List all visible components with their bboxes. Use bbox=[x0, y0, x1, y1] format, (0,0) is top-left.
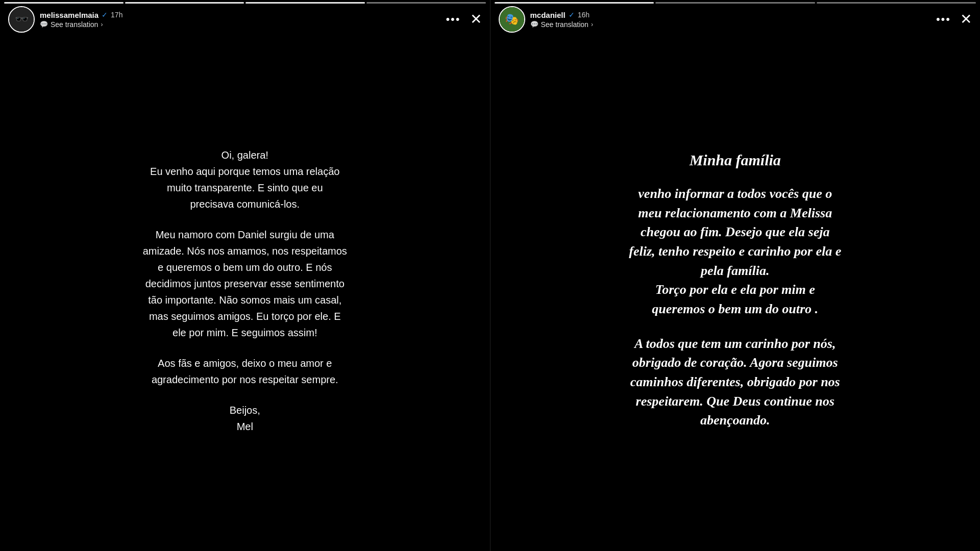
header-info-2: mcdaniell ✓ 16h 💬 See translation › bbox=[530, 11, 936, 29]
progress-segment bbox=[495, 2, 654, 4]
verified-icon-1: ✓ bbox=[102, 11, 108, 19]
more-button-1[interactable]: ••• bbox=[446, 14, 460, 25]
close-button-2[interactable]: ✕ bbox=[960, 12, 972, 27]
avatar-image-1: 🕶️ bbox=[9, 7, 34, 32]
progress-segment bbox=[817, 2, 976, 4]
panel2-text: Minha família venho informar a todos voc… bbox=[629, 152, 841, 430]
progress-bar-2 bbox=[491, 0, 981, 2]
progress-segment bbox=[655, 2, 815, 4]
speech-bubble-icon-2: 💬 bbox=[530, 20, 538, 28]
story-header-2: 🎭 mcdaniell ✓ 16h 💬 See translation › ••… bbox=[491, 6, 981, 33]
story-panel-1: 🕶️ melissamelmaia ✓ 17h 💬 See translatio… bbox=[0, 0, 490, 551]
avatar-1: 🕶️ bbox=[8, 6, 35, 33]
story-panel-2: 🎭 mcdaniell ✓ 16h 💬 See translation › ••… bbox=[490, 0, 981, 551]
avatar-image-2: 🎭 bbox=[500, 7, 524, 32]
speech-bubble-icon-1: 💬 bbox=[40, 20, 48, 28]
username-1: melissamelmaia bbox=[40, 11, 99, 19]
progress-bar-1 bbox=[0, 0, 490, 2]
panel2-paragraph-2: A todos que tem um carinho por nós,obrig… bbox=[629, 334, 841, 430]
progress-segment bbox=[4, 2, 124, 4]
panel2-body: venho informar a todos vocês que omeu re… bbox=[629, 184, 841, 430]
story-content-1: Oi, galera!Eu venho aqui porque temos um… bbox=[0, 0, 490, 551]
panel2-title: Minha família bbox=[629, 152, 841, 169]
avatar-2: 🎭 bbox=[499, 6, 525, 33]
progress-segment bbox=[246, 2, 365, 4]
translation-row-2[interactable]: 💬 See translation › bbox=[530, 20, 936, 29]
panel1-paragraph-4: Beijos,Mel bbox=[143, 402, 347, 435]
translation-row-1[interactable]: 💬 See translation › bbox=[40, 20, 446, 29]
verified-icon-2: ✓ bbox=[569, 11, 575, 19]
chevron-right-icon-2: › bbox=[591, 21, 593, 28]
header-info-1: melissamelmaia ✓ 17h 💬 See translation › bbox=[40, 11, 446, 29]
panel1-paragraph-1: Oi, galera!Eu venho aqui porque temos um… bbox=[143, 147, 347, 212]
time-ago-2: 16h bbox=[578, 11, 590, 19]
story-header-1: 🕶️ melissamelmaia ✓ 17h 💬 See translatio… bbox=[0, 6, 490, 33]
chevron-right-icon-1: › bbox=[101, 21, 103, 28]
username-row-2: mcdaniell ✓ 16h bbox=[530, 11, 936, 19]
header-actions-1: ••• ✕ bbox=[446, 12, 481, 27]
panel1-text: Oi, galera!Eu venho aqui porque temos um… bbox=[143, 147, 347, 435]
username-row-1: melissamelmaia ✓ 17h bbox=[40, 11, 446, 19]
header-actions-2: ••• ✕ bbox=[936, 12, 972, 27]
time-ago-1: 17h bbox=[111, 11, 122, 19]
close-button-1[interactable]: ✕ bbox=[470, 12, 482, 27]
story-content-2: Minha família venho informar a todos voc… bbox=[491, 0, 981, 551]
see-translation-2: See translation bbox=[541, 20, 589, 29]
progress-segment bbox=[125, 2, 244, 4]
panel1-paragraph-3: Aos fãs e amigos, deixo o meu amor eagra… bbox=[143, 355, 347, 388]
panel2-paragraph-1: venho informar a todos vocês que omeu re… bbox=[629, 184, 841, 319]
username-2: mcdaniell bbox=[530, 11, 566, 19]
see-translation-1: See translation bbox=[51, 20, 98, 29]
panel1-paragraph-2: Meu namoro com Daniel surgiu de umaamiza… bbox=[143, 227, 347, 341]
more-button-2[interactable]: ••• bbox=[936, 14, 951, 25]
progress-segment bbox=[366, 2, 486, 4]
